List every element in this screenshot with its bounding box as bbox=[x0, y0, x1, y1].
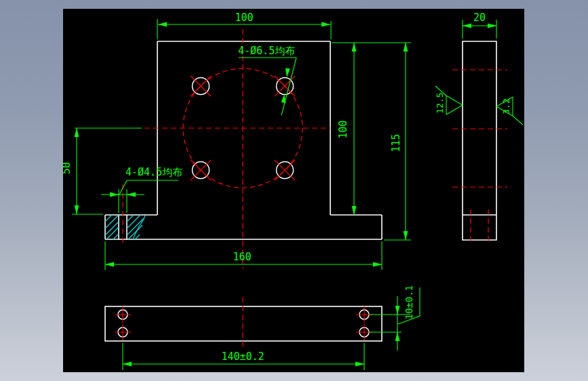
section-hatch bbox=[105, 215, 145, 239]
dim-side-width: 20 bbox=[463, 12, 496, 39]
front-view-centerlines bbox=[123, 29, 330, 269]
side-view-centerlines bbox=[452, 70, 507, 245]
roughness-label-3-2: 3.2 bbox=[501, 98, 511, 114]
dim-top-width: 100 bbox=[157, 12, 331, 39]
dim-label-160: 160 bbox=[233, 251, 251, 263]
roughness-symbol-right: 3.2 bbox=[496, 97, 523, 125]
roughness-symbol-left: 12.5 bbox=[435, 86, 463, 115]
dim-total-height: 115 bbox=[384, 43, 411, 240]
front-view-outline bbox=[105, 41, 382, 239]
cad-drawing: 100 4-Ø6.5均布 4-Ø4.5均布 50 100 115 bbox=[63, 9, 524, 372]
dim-label-20: 20 bbox=[473, 12, 486, 24]
dim-label-115: 115 bbox=[390, 134, 402, 152]
drawing-canvas[interactable]: 100 4-Ø6.5均布 4-Ø4.5均布 50 100 115 bbox=[63, 9, 524, 372]
side-view-outline bbox=[463, 41, 496, 240]
dim-plate-hole-spacing: 140±0.2 bbox=[123, 343, 364, 370]
dim-label-140: 140±0.2 bbox=[221, 350, 264, 363]
note-label-bolt-holes: 4-Ø6.5均布 bbox=[238, 45, 295, 57]
note-bolt-holes: 4-Ø6.5均布 bbox=[238, 45, 296, 115]
note-base-holes: 4-Ø4.5均布 bbox=[101, 166, 182, 213]
dim-base-width: 160 bbox=[105, 241, 382, 270]
dim-body-height: 100 bbox=[332, 43, 411, 215]
dim-label-50: 50 bbox=[63, 162, 73, 174]
dim-label-100-top: 100 bbox=[235, 12, 253, 24]
bottom-view-outline bbox=[105, 306, 382, 341]
dim-label-10: 10±0.1 bbox=[404, 285, 414, 320]
roughness-label-12-5: 12.5 bbox=[435, 92, 445, 113]
note-label-base-holes: 4-Ø4.5均布 bbox=[125, 166, 182, 178]
cad-application-window: { "window": { "canvas_color": "#000000",… bbox=[0, 0, 588, 381]
dim-label-100-vert: 100 bbox=[337, 120, 349, 138]
bottom-view-centerlines bbox=[115, 297, 372, 348]
